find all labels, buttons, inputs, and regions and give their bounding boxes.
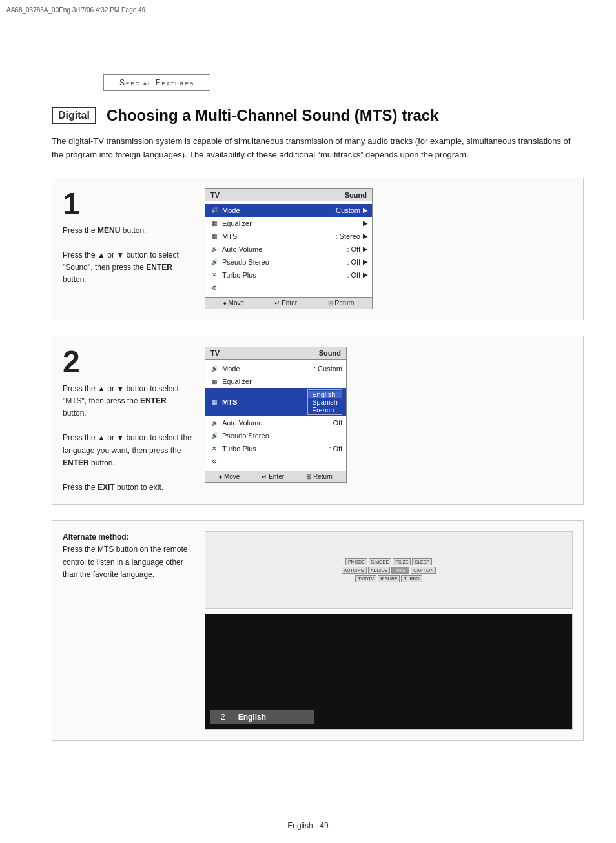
step1-row-mts: ▦ MTS : Stereo ▶	[205, 230, 372, 243]
step1-row-pseudostereo: 🔊 Pseudo Stereo : Off ▶	[205, 256, 372, 269]
step2-mode-icon: 🔊	[209, 363, 220, 374]
step2-instructions: Press the ▲ or ▼ button to select "MTS",…	[63, 383, 192, 494]
alt-text: Press the MTS button on the remote contr…	[63, 543, 192, 581]
step1-row-equalizer: ▦ Equalizer ▶	[205, 217, 372, 230]
section-title: Special Features	[119, 78, 194, 87]
remote-row-2: AUTO/PG ADD/DE MTS CAPTION	[342, 567, 436, 574]
step2-row-mode: 🔊 Mode : Custom	[205, 362, 346, 375]
page-title: Choosing a Multi-Channel Sound (MTS) tra…	[107, 107, 439, 125]
remote-control-image: PMODE S.MODE PSIZE SLEEP AUTO/PG ADD/DE …	[205, 531, 573, 609]
footer-enter: ↵ Enter	[274, 300, 297, 307]
remote-row-1: PMODE S.MODE PSIZE SLEEP	[345, 558, 432, 565]
step1-tv-menu: TV Sound 🔊 Mode : Custom ▶ ▦ Equalizer ▶	[205, 188, 373, 309]
mts-option-french: French	[308, 406, 342, 414]
equalizer-icon: ▦	[209, 218, 220, 229]
mts-icon: ▦	[209, 231, 220, 241]
step1-row-icons: ⚙	[205, 281, 372, 294]
step2-row-equalizer: ▦ Equalizer	[205, 375, 346, 388]
step2-menu-container: TV Sound 🔊 Mode : Custom ▦ Equalizer	[205, 347, 347, 494]
step2-settings-icon: ⚙	[209, 456, 220, 467]
step2-row-autovolume: 🔉 Auto Volume : Off	[205, 416, 346, 429]
btn-caption: CAPTION	[411, 567, 436, 574]
intro-text: The digital-TV transmission system is ca…	[52, 135, 584, 162]
btn-autopg: AUTO/PG	[342, 567, 367, 574]
mode-icon: 🔊	[209, 205, 220, 216]
step2-menu-header-left: TV	[210, 349, 220, 357]
step2-menu-footer: ♦ Move ↵ Enter ⊞ Return	[205, 471, 346, 482]
step2-number: 2	[63, 347, 192, 378]
step2-row-pseudostereo: 🔊 Pseudo Stereo	[205, 429, 346, 442]
step1-menu-body: 🔊 Mode : Custom ▶ ▦ Equalizer ▶ ▦ MTS : …	[205, 201, 372, 297]
tv-display-bar: 2 English	[210, 710, 314, 724]
step1-menu-footer: ♦ Move ↵ Enter ⊞ Return	[205, 297, 372, 309]
step2-row-turboplus: ✕ Turbo Plus : Off	[205, 442, 346, 455]
btn-rsurf: R.SURF	[378, 575, 400, 582]
step2-equalizer-icon: ▦	[209, 376, 220, 387]
footer-move: ♦ Move	[223, 300, 244, 307]
footer-text: English - 49	[287, 821, 328, 830]
step1-number: 1	[63, 188, 192, 219]
step2-menu-body: 🔊 Mode : Custom ▦ Equalizer ▦ MTS :	[205, 360, 346, 471]
tv-channel-number: 2	[221, 713, 225, 722]
btn-sleep: SLEEP	[412, 558, 432, 565]
step2-tv-menu: TV Sound 🔊 Mode : Custom ▦ Equalizer	[205, 347, 347, 483]
step1-instructions: Press the MENU button. Press the ▲ or ▼ …	[63, 225, 192, 287]
btn-turbo: TURBO	[401, 575, 422, 582]
step1-menu-header: TV Sound	[205, 189, 372, 201]
btn-addde: ADD/DE	[368, 567, 390, 574]
footer-return: ⊞ Return	[328, 300, 354, 307]
tv-language-label: English	[238, 713, 266, 722]
page-file-info: AA68_03783A_00Eng 3/17/06 4:32 PM Page 4…	[6, 6, 610, 14]
alt-title: Alternate method:	[63, 533, 129, 542]
step1-menu-header-left: TV	[210, 191, 220, 199]
mts-option-english: English	[308, 391, 342, 398]
step1-menu-header-right: Sound	[345, 191, 367, 199]
step2-autovolume-icon: 🔉	[209, 418, 220, 428]
step2-footer-enter: ↵ Enter	[262, 473, 284, 480]
file-info-text: AA68_03783A_00Eng 3/17/06 4:32 PM Page 4…	[6, 6, 145, 14]
step2-footer-move: ♦ Move	[219, 473, 240, 480]
btn-pmode: PMODE	[345, 558, 367, 565]
step1-row-autovolume: 🔉 Auto Volume : Off ▶	[205, 243, 372, 256]
step2-row-mts: ▦ MTS : English Spanish French	[205, 388, 346, 416]
turboplus-icon: ✕	[209, 270, 220, 280]
step2-mts-icon: ▦	[209, 397, 220, 407]
step2-left: 2 Press the ▲ or ▼ button to select "MTS…	[63, 347, 192, 494]
settings-icon: ⚙	[209, 283, 220, 293]
alternate-section: Alternate method: Press the MTS button o…	[52, 520, 584, 741]
pseudostereo-icon: 🔊	[209, 257, 220, 267]
step2-section: 2 Press the ▲ or ▼ button to select "MTS…	[52, 336, 584, 505]
step1-section: 1 Press the MENU button. Press the ▲ or …	[52, 178, 584, 320]
remote-buttons: PMODE S.MODE PSIZE SLEEP AUTO/PG ADD/DE …	[342, 558, 436, 582]
btn-smode: S.MODE	[369, 558, 392, 565]
btn-mts[interactable]: MTS	[391, 567, 409, 574]
alt-visuals: PMODE S.MODE PSIZE SLEEP AUTO/PG ADD/DE …	[205, 531, 573, 730]
section-title-box: Special Features	[103, 74, 210, 91]
digital-badge: Digital	[52, 107, 96, 124]
page-title-row: Digital Choosing a Multi-Channel Sound (…	[52, 107, 584, 125]
remote-row-3: TV/DTV R.SURF TURBO	[355, 575, 422, 582]
btn-tvdtv: TV/DTV	[355, 575, 376, 582]
step2-menu-header-right: Sound	[319, 349, 341, 357]
step1-row-turboplus: ✕ Turbo Plus : Off ▶	[205, 269, 372, 281]
alt-instructions: Alternate method: Press the MTS button o…	[63, 531, 192, 730]
step2-turboplus-icon: ✕	[209, 443, 220, 454]
page-footer: English - 49	[0, 821, 616, 830]
tv-display: 2 English	[205, 614, 573, 730]
step2-menu-header: TV Sound	[205, 347, 346, 360]
btn-psize: PSIZE	[393, 558, 411, 565]
step1-left: 1 Press the MENU button. Press the ▲ or …	[63, 188, 192, 309]
mts-language-dropdown: English Spanish French	[307, 389, 342, 415]
mts-option-spanish: Spanish	[308, 398, 342, 406]
step1-row-mode: 🔊 Mode : Custom ▶	[205, 204, 372, 217]
step2-footer-return: ⊞ Return	[306, 473, 333, 480]
step2-row-icons: ⚙	[205, 455, 346, 468]
autovolume-icon: 🔉	[209, 244, 220, 254]
step2-pseudostereo-icon: 🔊	[209, 431, 220, 441]
